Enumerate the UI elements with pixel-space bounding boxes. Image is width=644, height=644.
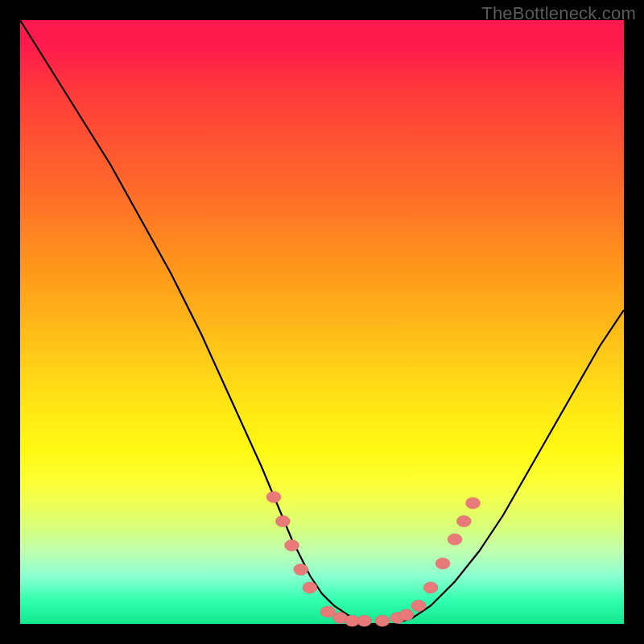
curve-marker [399, 609, 414, 621]
bottleneck-curve [20, 20, 624, 624]
curve-marker [321, 606, 336, 617]
curve-marker [436, 558, 450, 569]
curve-marker [285, 540, 299, 551]
curve-marker [275, 516, 290, 527]
curve-marker [411, 601, 426, 612]
curve-marker [266, 492, 281, 503]
curve-marker [466, 497, 481, 509]
curve-marker [456, 516, 471, 527]
curve-marker [423, 582, 438, 593]
plot-area [20, 20, 624, 624]
curve-svg [20, 20, 624, 624]
curve-marker [294, 564, 308, 576]
curve-markers [266, 492, 481, 627]
curve-marker [375, 615, 390, 626]
chart-stage: TheBottleneck.com [0, 0, 644, 644]
curve-marker [357, 615, 372, 626]
curve-marker [448, 534, 462, 545]
curve-marker [303, 582, 317, 593]
